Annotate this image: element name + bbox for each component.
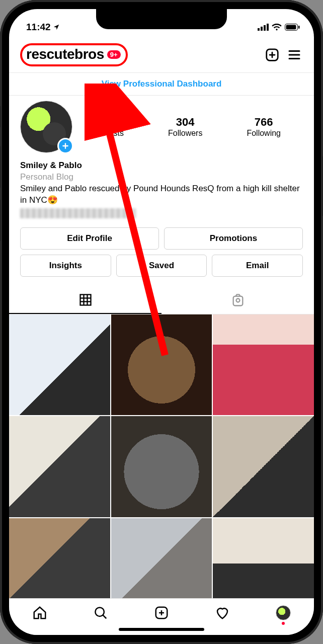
stats: 370 Posts 304 Followers 766 Following bbox=[82, 116, 303, 138]
stat-followers[interactable]: 304 Followers bbox=[168, 116, 202, 138]
professional-dashboard-link[interactable]: View Professional Dashboard bbox=[9, 73, 314, 95]
category: Personal Blog bbox=[20, 172, 303, 183]
svg-rect-20 bbox=[233, 296, 243, 306]
edit-profile-button[interactable]: Edit Profile bbox=[20, 227, 159, 250]
tagged-icon bbox=[231, 293, 245, 307]
plus-square-icon bbox=[265, 47, 280, 62]
post-thumbnail[interactable] bbox=[213, 314, 314, 416]
status-left: 11:42 bbox=[26, 22, 60, 33]
profile-stats-row: 370 Posts 304 Followers 766 Following bbox=[9, 96, 314, 155]
post-thumbnail[interactable] bbox=[111, 314, 212, 416]
bio-section: Smiley & Pablo Personal Blog Smiley and … bbox=[9, 155, 314, 221]
saved-button[interactable]: Saved bbox=[116, 255, 207, 277]
phone-frame: 11:42 rescutebros 9+ View Pro bbox=[0, 0, 323, 644]
profile-header: rescutebros 9+ bbox=[9, 38, 314, 72]
svg-rect-3 bbox=[267, 24, 269, 31]
create-button[interactable] bbox=[264, 46, 281, 63]
svg-rect-6 bbox=[298, 26, 300, 29]
volume-up bbox=[0, 146, 1, 188]
profile-actions: Edit Profile Promotions Insights Saved E… bbox=[9, 221, 314, 279]
volume-down bbox=[0, 199, 1, 242]
status-right bbox=[258, 24, 300, 31]
nav-activity[interactable] bbox=[214, 605, 230, 621]
insights-button[interactable]: Insights bbox=[20, 255, 111, 277]
avatar-icon bbox=[276, 605, 291, 620]
svg-line-23 bbox=[103, 615, 106, 618]
svg-rect-5 bbox=[286, 25, 296, 30]
svg-point-21 bbox=[236, 298, 239, 302]
stat-value: 766 bbox=[247, 116, 281, 129]
stat-value: 304 bbox=[168, 116, 202, 129]
stat-value: 370 bbox=[104, 116, 124, 129]
location-icon bbox=[53, 24, 60, 31]
notification-badge: 9+ bbox=[107, 50, 121, 59]
nav-home[interactable] bbox=[32, 605, 48, 621]
tab-tagged[interactable] bbox=[162, 287, 314, 314]
nav-create[interactable] bbox=[153, 605, 170, 621]
notch bbox=[96, 9, 227, 29]
grid-icon bbox=[78, 293, 93, 307]
bio-link-redacted bbox=[20, 208, 136, 218]
wifi-icon bbox=[272, 24, 282, 31]
stat-label: Posts bbox=[104, 129, 124, 138]
svg-rect-2 bbox=[264, 25, 266, 31]
search-icon bbox=[93, 605, 108, 620]
stat-label: Followers bbox=[168, 129, 202, 138]
username-switcher[interactable]: rescutebros 9+ bbox=[20, 43, 128, 66]
tab-grid[interactable] bbox=[9, 287, 162, 314]
nav-search[interactable] bbox=[93, 605, 109, 621]
avatar[interactable] bbox=[20, 101, 72, 153]
home-indicator[interactable] bbox=[119, 628, 204, 631]
display-name: Smiley & Pablo bbox=[20, 160, 303, 172]
content-tabs bbox=[9, 287, 314, 314]
add-story-button[interactable] bbox=[57, 138, 73, 154]
svg-point-22 bbox=[95, 607, 104, 616]
email-button[interactable]: Email bbox=[212, 255, 303, 277]
post-thumbnail[interactable] bbox=[9, 416, 110, 517]
cellular-icon bbox=[258, 24, 269, 31]
stat-following[interactable]: 766 Following bbox=[247, 116, 281, 138]
post-thumbnail[interactable] bbox=[9, 314, 110, 416]
nav-profile[interactable] bbox=[275, 605, 291, 621]
silent-switch bbox=[0, 106, 1, 128]
post-thumbnail[interactable] bbox=[111, 416, 212, 517]
status-time: 11:42 bbox=[26, 22, 51, 33]
stat-posts[interactable]: 370 Posts bbox=[104, 116, 124, 138]
svg-rect-0 bbox=[258, 28, 260, 31]
posts-grid bbox=[9, 314, 314, 619]
svg-rect-15 bbox=[80, 294, 91, 305]
promotions-button[interactable]: Promotions bbox=[164, 227, 303, 250]
stat-label: Following bbox=[247, 129, 281, 138]
notification-dot bbox=[282, 622, 285, 625]
post-thumbnail[interactable] bbox=[213, 416, 314, 517]
hamburger-icon bbox=[287, 47, 302, 62]
battery-icon bbox=[285, 24, 300, 31]
plus-square-icon bbox=[154, 605, 169, 620]
svg-rect-1 bbox=[261, 27, 263, 31]
heart-icon bbox=[215, 605, 230, 620]
username-text: rescutebros bbox=[26, 46, 104, 62]
home-icon bbox=[32, 605, 47, 620]
menu-button[interactable] bbox=[286, 46, 303, 63]
screen: 11:42 rescutebros 9+ View Pro bbox=[9, 9, 314, 635]
bio-text: Smiley and Pablo rescued by Pound Hounds… bbox=[20, 183, 303, 206]
plus-icon bbox=[61, 142, 69, 150]
